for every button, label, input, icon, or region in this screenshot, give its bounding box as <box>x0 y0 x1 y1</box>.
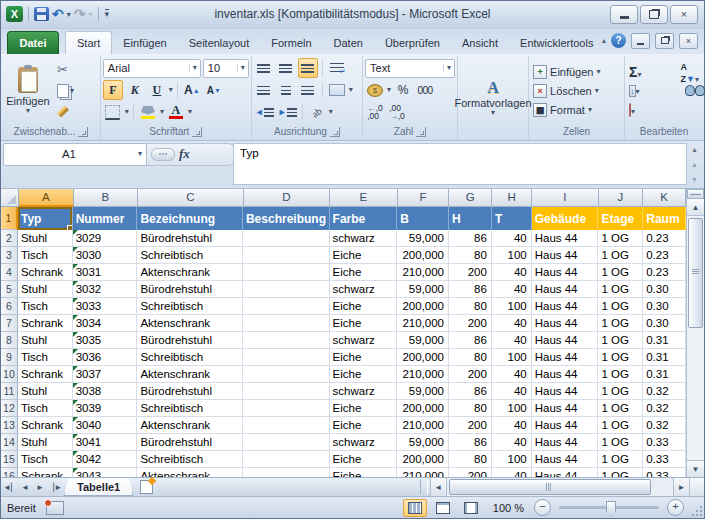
cell-g12[interactable]: 80 <box>449 400 492 417</box>
number-format-select[interactable]: Text▾ <box>365 59 455 78</box>
cell-k12[interactable]: 0.32 <box>643 400 686 417</box>
header-cell-j1[interactable]: Etage <box>598 207 643 230</box>
cell-c14[interactable]: Bürodrehstuhl <box>137 434 243 451</box>
header-cell-k1[interactable]: Raum <box>643 207 686 230</box>
cell-h16[interactable]: 40 <box>492 468 532 477</box>
cell-f3[interactable]: 200,000 <box>397 247 449 264</box>
column-header-g[interactable]: G <box>449 189 492 207</box>
cell-i4[interactable]: Haus 44 <box>532 264 599 281</box>
cell-i8[interactable]: Haus 44 <box>532 332 599 349</box>
header-cell-e1[interactable]: Farbe <box>330 207 398 230</box>
cell-j4[interactable]: 1 OG <box>598 264 643 281</box>
cell-j5[interactable]: 1 OG <box>598 281 643 298</box>
header-cell-c1[interactable]: Bezeichnung <box>137 207 243 230</box>
decrease-decimal-button[interactable]: ,00→,0 <box>387 102 407 122</box>
cell-j10[interactable]: 1 OG <box>598 366 643 383</box>
cell-i12[interactable]: Haus 44 <box>532 400 599 417</box>
next-sheet-icon[interactable]: ► <box>33 483 47 492</box>
minimize-button[interactable] <box>610 5 638 24</box>
cell-i5[interactable]: Haus 44 <box>532 281 599 298</box>
cell-b4[interactable]: 3031 <box>73 264 138 281</box>
cell-e11[interactable]: schwarz <box>330 383 398 400</box>
cell-c15[interactable]: Schreibtisch <box>137 451 243 468</box>
cell-g16[interactable]: 200 <box>449 468 492 477</box>
column-header-b[interactable]: B <box>74 189 139 207</box>
cell-f4[interactable]: 210,000 <box>397 264 449 281</box>
cell-j3[interactable]: 1 OG <box>598 247 643 264</box>
align-left-button[interactable] <box>254 80 274 100</box>
cell-a3[interactable]: Tisch <box>18 247 73 264</box>
zoom-in-button[interactable]: + <box>667 499 684 516</box>
cell-h2[interactable]: 40 <box>492 230 532 247</box>
format-cells-button[interactable]: ▦Format▾ <box>531 100 622 119</box>
cell-h6[interactable]: 100 <box>492 298 532 315</box>
cell-d7[interactable] <box>243 315 330 332</box>
underline-button[interactable]: U <box>147 80 167 100</box>
cell-e14[interactable]: schwarz <box>330 434 398 451</box>
cell-g3[interactable]: 80 <box>449 247 492 264</box>
name-box-dropdown-icon[interactable]: ▾ <box>134 150 146 158</box>
formula-scroll-down-icon[interactable]: ▼ <box>691 176 698 183</box>
cell-b7[interactable]: 3034 <box>73 315 138 332</box>
cell-f15[interactable]: 200,000 <box>397 451 449 468</box>
tab-formeln[interactable]: Formeln <box>260 32 322 54</box>
cell-k4[interactable]: 0.23 <box>643 264 686 281</box>
cell-b2[interactable]: 3029 <box>73 230 138 247</box>
tab-entwicklertools[interactable]: Entwicklertools <box>509 32 604 54</box>
cell-f13[interactable]: 210,000 <box>397 417 449 434</box>
copy-button[interactable]: ▾ <box>54 81 77 100</box>
cell-d10[interactable] <box>243 366 330 383</box>
undo-dropdown-icon[interactable]: ▾ <box>67 10 71 19</box>
cell-j12[interactable]: 1 OG <box>598 400 643 417</box>
cell-b13[interactable]: 3040 <box>73 417 138 434</box>
cell-d16[interactable] <box>243 468 330 477</box>
vertical-scrollbar[interactable]: ▲ ▼ <box>686 189 704 477</box>
cell-a13[interactable]: Schrank <box>18 417 73 434</box>
cell-j15[interactable]: 1 OG <box>598 451 643 468</box>
cell-g5[interactable]: 86 <box>449 281 492 298</box>
cell-b10[interactable]: 3037 <box>73 366 138 383</box>
dialog-launcher-icon[interactable] <box>192 127 202 137</box>
header-cell-a1[interactable]: Typ <box>18 207 73 230</box>
cell-b3[interactable]: 3030 <box>73 247 138 264</box>
cell-h13[interactable]: 40 <box>492 417 532 434</box>
cell-f9[interactable]: 200,000 <box>397 349 449 366</box>
dialog-launcher-icon[interactable] <box>330 127 340 137</box>
cell-e4[interactable]: Eiche <box>330 264 398 281</box>
zoom-slider-track[interactable] <box>559 506 659 509</box>
cell-j9[interactable]: 1 OG <box>598 349 643 366</box>
fill-color-button[interactable] <box>138 102 158 122</box>
normal-view-button[interactable] <box>403 499 427 517</box>
sort-filter-button[interactable]: AZ▼▾ <box>681 60 699 84</box>
cell-a5[interactable]: Stuhl <box>18 281 73 298</box>
cell-c10[interactable]: Aktenschrank <box>137 366 243 383</box>
shrink-font-button[interactable]: A▼ <box>204 80 224 100</box>
cell-a14[interactable]: Stuhl <box>18 434 73 451</box>
header-cell-d1[interactable]: Beschreibung <box>243 207 330 230</box>
page-layout-view-button[interactable] <box>431 499 455 517</box>
cell-e3[interactable]: Eiche <box>330 247 398 264</box>
cell-b14[interactable]: 3041 <box>73 434 138 451</box>
tab-ueberpruefen[interactable]: Überprüfen <box>374 32 451 54</box>
cell-g15[interactable]: 80 <box>449 451 492 468</box>
cell-f8[interactable]: 59,000 <box>397 332 449 349</box>
paste-button[interactable]: Einfügen ▾ <box>4 57 52 124</box>
cell-c5[interactable]: Bürodrehstuhl <box>137 281 243 298</box>
header-cell-g1[interactable]: H <box>449 207 492 230</box>
sheet-tab-tabelle1[interactable]: Tabelle1 <box>64 478 133 496</box>
cell-f5[interactable]: 59,000 <box>397 281 449 298</box>
header-cell-h1[interactable]: T <box>492 207 532 230</box>
cell-b5[interactable]: 3032 <box>73 281 138 298</box>
row-header-7[interactable]: 7 <box>1 315 18 332</box>
cell-a12[interactable]: Tisch <box>18 400 73 417</box>
cell-e15[interactable]: Eiche <box>330 451 398 468</box>
tab-scroll-splitter[interactable] <box>420 480 428 494</box>
header-cell-f1[interactable]: B <box>397 207 449 230</box>
cell-j11[interactable]: 1 OG <box>598 383 643 400</box>
cell-g2[interactable]: 86 <box>449 230 492 247</box>
formula-input[interactable]: Typ <box>233 143 687 186</box>
row-header-13[interactable]: 13 <box>1 417 18 434</box>
cell-f14[interactable]: 59,000 <box>397 434 449 451</box>
zoom-slider-thumb[interactable] <box>606 501 616 516</box>
select-all-corner[interactable] <box>1 189 19 207</box>
